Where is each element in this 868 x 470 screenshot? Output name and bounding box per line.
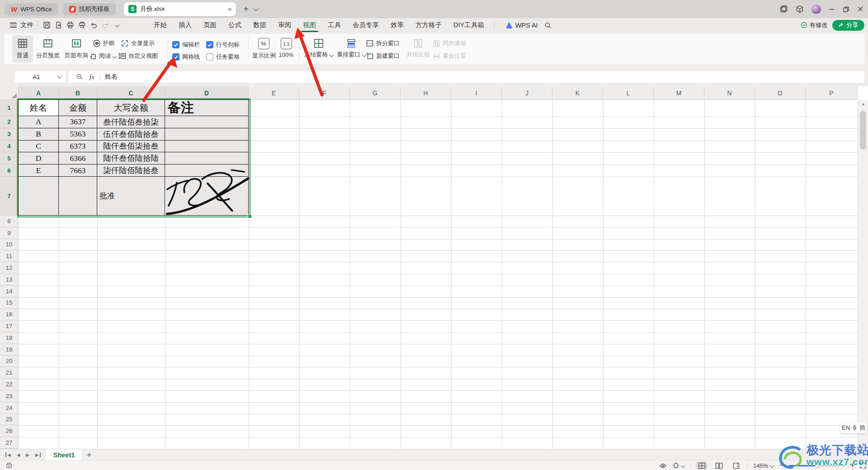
checkbox-headings[interactable]: 行号列标 bbox=[206, 41, 240, 49]
cell-C4[interactable]: 陆仟叁佰柒拾叁 bbox=[97, 141, 165, 153]
zoom-100-button[interactable]: 1:1 100% bbox=[276, 38, 297, 58]
row-header-16[interactable]: 16 bbox=[0, 309, 19, 320]
row-header-1[interactable]: 1 bbox=[0, 100, 19, 116]
tab-list-chevron-icon[interactable] bbox=[253, 6, 258, 11]
new-tab-button[interactable]: + bbox=[243, 5, 249, 14]
row-header-8[interactable]: 8 bbox=[0, 216, 19, 227]
cell-B1[interactable]: 金额 bbox=[59, 100, 97, 116]
column-header-P[interactable]: P bbox=[806, 86, 858, 100]
redo-icon[interactable] bbox=[101, 21, 110, 30]
column-header-E[interactable]: E bbox=[249, 86, 299, 100]
read-mode-button[interactable]: 阅读 bbox=[89, 52, 116, 60]
view-mode-page-layout[interactable]: 页面布局 bbox=[62, 35, 91, 62]
status-view-page-break[interactable] bbox=[730, 461, 742, 470]
cell-D1[interactable]: 备注 bbox=[165, 100, 249, 116]
scroll-up-icon[interactable]: ▲ bbox=[858, 102, 868, 106]
workspace-icon[interactable] bbox=[780, 5, 788, 13]
apps-cube-icon[interactable] bbox=[796, 5, 804, 13]
menu-item-公式[interactable]: 公式 bbox=[222, 18, 247, 32]
zoom-out-icon[interactable] bbox=[76, 73, 83, 80]
row-header-24[interactable]: 24 bbox=[0, 402, 19, 414]
cell-C1[interactable]: 大写金额 bbox=[97, 100, 165, 116]
menu-item-审阅[interactable]: 审阅 bbox=[272, 18, 297, 32]
search-icon[interactable] bbox=[544, 22, 552, 29]
cell-D6[interactable] bbox=[165, 164, 249, 177]
tab-docer-template[interactable]: 找稻壳模板 bbox=[63, 3, 116, 15]
menu-item-方方格子[interactable]: 方方格子 bbox=[410, 18, 448, 32]
row-header-22[interactable]: 22 bbox=[0, 379, 19, 390]
menu-item-数据[interactable]: 数据 bbox=[247, 18, 272, 32]
roaming-mode-button[interactable] bbox=[672, 462, 684, 469]
row-header-19[interactable]: 19 bbox=[0, 344, 19, 356]
row-header-18[interactable]: 18 bbox=[0, 332, 19, 344]
cell-B4[interactable]: 6373 bbox=[59, 141, 97, 153]
zoom-level-button[interactable]: 145% bbox=[753, 462, 774, 469]
last-sheet-icon[interactable]: ▶ bbox=[35, 452, 41, 457]
row-header-25[interactable]: 25 bbox=[0, 414, 19, 426]
name-box[interactable]: A1 bbox=[15, 71, 66, 83]
row-header-17[interactable]: 17 bbox=[0, 320, 19, 332]
print-preview-icon[interactable] bbox=[77, 21, 86, 30]
status-view-normal[interactable] bbox=[696, 461, 708, 470]
column-header-H[interactable]: H bbox=[401, 86, 451, 100]
zoom-in-button[interactable]: + bbox=[850, 461, 854, 470]
row-header-27[interactable]: 27 bbox=[0, 437, 19, 449]
cell-A4[interactable]: C bbox=[19, 141, 59, 153]
zoom-slider[interactable] bbox=[789, 462, 845, 469]
print-icon[interactable] bbox=[66, 21, 75, 30]
column-header-G[interactable]: G bbox=[350, 86, 401, 100]
row-header-11[interactable]: 11 bbox=[0, 250, 19, 262]
save-icon[interactable] bbox=[42, 21, 51, 30]
cell-B3[interactable]: 5363 bbox=[59, 128, 97, 141]
close-button[interactable] bbox=[857, 6, 863, 12]
tab-wps-office[interactable]: W WPS Office bbox=[5, 3, 58, 15]
document-tab[interactable]: S 月份.xlsx bbox=[124, 2, 236, 16]
zoom-scale-button[interactable]: % 显示比例 bbox=[252, 38, 275, 60]
cell-C2[interactable]: 叁仟陆佰叁拾柒 bbox=[97, 116, 165, 128]
column-header-A[interactable]: A bbox=[19, 86, 59, 100]
prev-sheet-icon[interactable]: ◀ bbox=[17, 452, 20, 457]
fullscreen-button[interactable]: 全屏显示 bbox=[121, 39, 155, 47]
cell-A3[interactable]: B bbox=[19, 128, 59, 141]
cell-D5[interactable] bbox=[165, 152, 249, 164]
formula-input[interactable]: fx 姓名 bbox=[69, 71, 864, 83]
language-indicator[interactable]: EN 简 bbox=[840, 422, 867, 433]
macro-record-icon[interactable] bbox=[5, 462, 13, 469]
selection-fill-handle[interactable] bbox=[248, 214, 252, 218]
row-header-3[interactable]: 3 bbox=[0, 128, 19, 141]
new-window-button[interactable]: 新建窗口 bbox=[366, 52, 400, 60]
cell-B6[interactable]: 7663 bbox=[59, 164, 97, 177]
eye-status-icon[interactable] bbox=[659, 462, 667, 470]
checkbox-formula-bar[interactable]: 编辑栏 bbox=[172, 41, 200, 49]
column-header-J[interactable]: J bbox=[502, 86, 552, 100]
cell-A7[interactable] bbox=[19, 177, 59, 216]
name-box-chevron-icon[interactable] bbox=[57, 74, 62, 79]
cell-A1[interactable]: 姓名 bbox=[19, 100, 59, 116]
column-header-O[interactable]: O bbox=[755, 86, 806, 100]
row-header-6[interactable]: 6 bbox=[0, 164, 19, 177]
row-header-12[interactable]: 12 bbox=[0, 262, 19, 274]
vertical-scroll-thumb[interactable] bbox=[860, 111, 866, 150]
menu-item-页面[interactable]: 页面 bbox=[198, 18, 222, 32]
minimize-button[interactable] bbox=[829, 6, 835, 12]
user-avatar[interactable] bbox=[811, 5, 821, 14]
next-sheet-icon[interactable]: ▶ bbox=[26, 452, 29, 457]
cell-D2[interactable] bbox=[165, 116, 249, 128]
column-header-C[interactable]: C bbox=[97, 86, 165, 100]
checkbox-task-pane[interactable]: 任务窗格 bbox=[206, 53, 240, 61]
cell-B7[interactable] bbox=[59, 177, 97, 216]
cell-D7[interactable] bbox=[165, 177, 249, 216]
column-header-D[interactable]: D bbox=[165, 86, 249, 100]
fullscreen-status-icon[interactable] bbox=[860, 462, 866, 469]
cell-A5[interactable]: D bbox=[19, 152, 59, 164]
column-header-L[interactable]: L bbox=[603, 86, 654, 100]
column-header-B[interactable]: B bbox=[59, 86, 97, 100]
menu-item-工具[interactable]: 工具 bbox=[322, 18, 347, 32]
column-header-I[interactable]: I bbox=[451, 86, 502, 100]
select-all-corner[interactable] bbox=[0, 86, 19, 100]
view-mode-page-break[interactable]: 分页预览 bbox=[34, 35, 62, 62]
row-header-10[interactable]: 10 bbox=[0, 239, 19, 251]
cell-A6[interactable]: E bbox=[19, 164, 59, 177]
cell-B2[interactable]: 3637 bbox=[59, 116, 97, 128]
menu-item-开始[interactable]: 开始 bbox=[148, 18, 173, 32]
